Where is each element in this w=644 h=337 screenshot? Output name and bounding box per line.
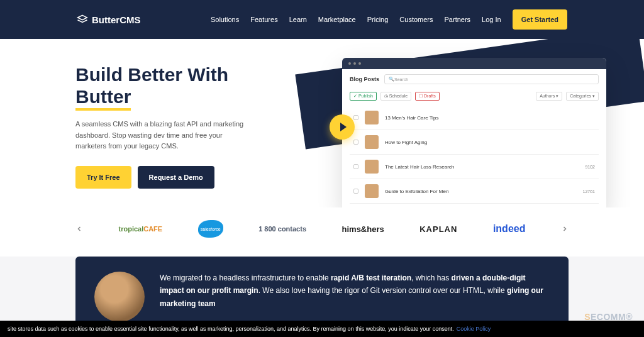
dashboard-preview: Blog Posts 🔍 Search ✓ Publish ◷ Schedule… (342, 58, 606, 207)
nav-pricing[interactable]: Pricing (367, 16, 389, 23)
nav-marketplace[interactable]: Marketplace (318, 16, 356, 23)
row-title: 13 Men's Hair Care Tips (385, 115, 589, 121)
cookie-policy-link[interactable]: Cookie Policy (457, 326, 491, 332)
hero-right: Blog Posts 🔍 Search ✓ Publish ◷ Schedule… (323, 58, 606, 207)
nav-partners[interactable]: Partners (445, 16, 471, 23)
filter-authors[interactable]: Authors ▾ (536, 92, 562, 101)
checkbox[interactable] (353, 189, 358, 194)
logo-part: CAFE (143, 225, 162, 233)
nav-solutions[interactable]: Solutions (211, 16, 239, 23)
search-input[interactable]: 🔍 Search (384, 74, 599, 84)
hero-left: Build Better With Butter A seamless CMS … (75, 64, 252, 195)
request-demo-button[interactable]: Request a Demo (138, 166, 214, 189)
avatar (365, 135, 379, 149)
checkbox[interactable] (353, 164, 358, 169)
chevron-right-icon[interactable] (561, 225, 569, 233)
watermark: SECOMM® (584, 312, 633, 322)
nav-login[interactable]: Log In (482, 16, 501, 23)
chevron-left-icon[interactable] (75, 225, 83, 233)
nav: Solutions Features Learn Marketplace Pri… (211, 9, 567, 30)
table-row[interactable]: How to Fight Aging (350, 130, 599, 155)
table-row[interactable]: The Latest Hair Loss Research9102 (350, 155, 599, 179)
brand-name: ButterCMS (92, 14, 141, 25)
title-line1: Build Better With (75, 64, 228, 85)
logo-indeed: indeed (493, 223, 526, 235)
nav-learn[interactable]: Learn (289, 16, 307, 23)
dash-rows: 13 Men's Hair Care Tips How to Fight Agi… (342, 106, 606, 207)
filter-published[interactable]: ✓ Publish (350, 92, 377, 101)
row-num: 9102 (585, 165, 595, 169)
row-title: The Latest Hair Loss Research (385, 164, 579, 170)
dash-title: Blog Posts (350, 76, 379, 82)
avatar (365, 111, 379, 124)
play-icon (340, 123, 347, 131)
play-button[interactable] (330, 114, 355, 140)
nav-customers[interactable]: Customers (399, 16, 433, 23)
testimonial-text: We migrated to a headless infrastructure… (160, 272, 550, 310)
window-chrome (342, 58, 606, 69)
nav-features[interactable]: Features (250, 16, 277, 23)
window-dot (353, 62, 356, 65)
logo-part: tropical (119, 225, 144, 233)
t-part: , which has (411, 273, 451, 282)
testimonial-avatar (94, 272, 145, 322)
row-num: 12761 (583, 189, 595, 194)
row-title: Guide to Exfoliation For Men (385, 189, 577, 194)
dash-filters: ✓ Publish ◷ Schedule ☐ Drafts Authors ▾ … (342, 89, 606, 106)
checkbox[interactable] (353, 140, 358, 145)
header: ButterCMS Solutions Features Learn Marke… (0, 0, 644, 39)
row-title: How to Fight Aging (385, 140, 589, 145)
t-bold: rapid A/B test iteration (331, 273, 411, 282)
header-inner: ButterCMS Solutions Features Learn Marke… (77, 9, 567, 30)
table-row[interactable]: 13 Men's Hair Care Tips (350, 106, 599, 130)
logo-salesforce: salesforce (198, 220, 223, 238)
cookie-text: site stores data such as cookies to enab… (8, 326, 454, 332)
t-part: . We also love having the rigor of Git v… (258, 286, 507, 295)
window-dot (358, 62, 361, 65)
window-dot (348, 62, 351, 65)
hero-buttons: Try It Free Request a Demo (75, 166, 252, 189)
watermark-rest: ECOMM® (591, 312, 633, 322)
filter-scheduled[interactable]: ◷ Schedule (380, 92, 411, 101)
cookie-banner: site stores data such as cookies to enab… (0, 321, 644, 337)
get-started-button[interactable]: Get Started (513, 9, 567, 30)
title-line2: Butter (75, 86, 131, 111)
logo[interactable]: ButterCMS (77, 14, 141, 25)
filter-categories[interactable]: Categories ▾ (566, 92, 599, 101)
logo-icon (77, 14, 88, 25)
dash-header: Blog Posts 🔍 Search (342, 69, 606, 89)
logo-tropical-cafe: tropicalCAFE (119, 225, 163, 233)
customer-logos: tropicalCAFE salesforce 1 800 contacts h… (0, 207, 644, 257)
try-free-button[interactable]: Try It Free (75, 166, 131, 189)
table-row[interactable]: Guide to Exfoliation For Men12761 (350, 179, 599, 204)
watermark-accent: S (584, 312, 591, 322)
filter-left: ✓ Publish ◷ Schedule ☐ Drafts (350, 92, 440, 101)
logo-1800contacts: 1 800 contacts (258, 225, 306, 233)
logo-kaplan: KAPLAN (419, 224, 457, 234)
search-placeholder: Search (394, 77, 408, 82)
t-part: We migrated to a headless infrastructure… (160, 273, 331, 282)
hero-description: A seamless CMS with a blazing fast API a… (75, 119, 252, 152)
logo-hims-hers: hims&hers (342, 224, 384, 234)
filter-draft[interactable]: ☐ Drafts (415, 92, 440, 101)
hero-title: Build Better With Butter (75, 64, 252, 108)
filter-right: Authors ▾ Categories ▾ (536, 92, 599, 101)
avatar (365, 160, 379, 174)
checkbox[interactable] (353, 115, 358, 120)
avatar (365, 184, 379, 198)
hero: Build Better With Butter A seamless CMS … (0, 39, 644, 207)
